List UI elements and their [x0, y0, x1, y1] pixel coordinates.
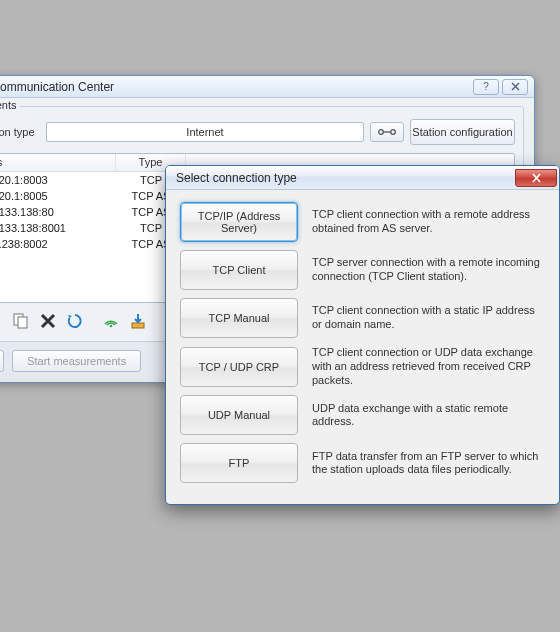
option-desc: TCP client connection with a static IP a… [312, 304, 545, 332]
close-button[interactable]: Close [0, 350, 4, 372]
option-row: FTP FTP data transfer from an FTP server… [180, 443, 545, 483]
copy-icon [12, 312, 30, 330]
dialog-close-button[interactable] [515, 169, 557, 187]
col-address[interactable]: Address [0, 154, 116, 171]
connection-type-value: Internet [186, 126, 223, 138]
svg-rect-8 [18, 317, 27, 328]
option-desc: FTP data transfer from an FTP server to … [312, 450, 545, 478]
option-row: UDP Manual UDP data exchange with a stat… [180, 395, 545, 435]
refresh-button[interactable] [63, 309, 87, 333]
svg-rect-10 [132, 323, 144, 328]
svg-point-1 [391, 130, 396, 135]
wireless-button[interactable] [99, 309, 123, 333]
edit-icon [0, 312, 3, 330]
dialog-titlebar[interactable]: Select connection type [166, 166, 559, 190]
main-title: Remote Communication Center [0, 80, 470, 94]
option-desc: UDP data exchange with a static remote a… [312, 402, 545, 430]
instruments-group-title: Instruments [0, 99, 20, 111]
download-button[interactable] [126, 309, 150, 333]
edit-button[interactable] [0, 309, 6, 333]
dialog-title: Select connection type [176, 171, 515, 185]
svg-point-0 [379, 130, 384, 135]
connection-type-label: Connection type [0, 126, 40, 138]
delete-button[interactable] [36, 309, 60, 333]
station-config-button[interactable]: Station configuration [410, 119, 515, 145]
option-row: TCP Manual TCP client connection with a … [180, 298, 545, 338]
copy-button[interactable] [9, 309, 33, 333]
option-desc: TCP server connection with a remote inco… [312, 256, 545, 284]
delete-icon [39, 312, 57, 330]
link-icon [377, 127, 397, 137]
option-tcp-udp-crp[interactable]: TCP / UDP CRP [180, 347, 298, 387]
help-button[interactable]: ? [473, 79, 499, 95]
option-desc: TCP client connection with a remote addr… [312, 208, 545, 236]
option-row: TCP Client TCP server connection with a … [180, 250, 545, 290]
download-icon [129, 312, 147, 330]
close-icon [511, 82, 520, 91]
option-udp-manual[interactable]: UDP Manual [180, 395, 298, 435]
close-icon [531, 173, 542, 183]
option-tcp-client[interactable]: TCP Client [180, 250, 298, 290]
connection-type-dialog: Select connection type TCP/IP (Address S… [165, 165, 560, 505]
start-measurements-button[interactable]: Start measurements [12, 350, 141, 372]
wireless-icon [102, 312, 120, 330]
option-row: TCP/IP (Address Server) TCP client conne… [180, 202, 545, 242]
option-tcpip-as[interactable]: TCP/IP (Address Server) [180, 202, 298, 242]
option-ftp[interactable]: FTP [180, 443, 298, 483]
main-titlebar[interactable]: Remote Communication Center ? [0, 76, 534, 98]
close-window-button[interactable] [502, 79, 528, 95]
refresh-icon [66, 312, 84, 330]
option-tcp-manual[interactable]: TCP Manual [180, 298, 298, 338]
connection-type-field[interactable]: Internet [46, 122, 364, 142]
svg-point-9 [110, 325, 113, 328]
option-desc: TCP client connection or UDP data exchan… [312, 346, 545, 387]
key-button[interactable] [370, 122, 404, 142]
option-row: TCP / UDP CRP TCP client connection or U… [180, 346, 545, 387]
